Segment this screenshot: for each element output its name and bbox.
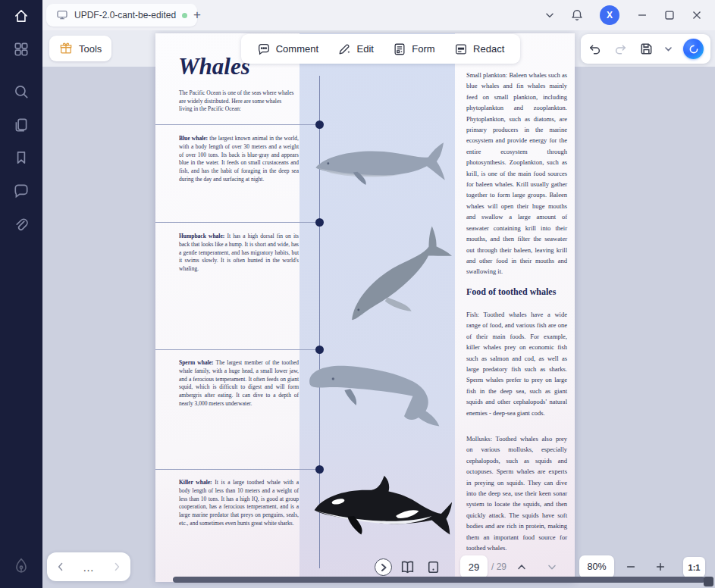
forward-page-button[interactable] — [111, 561, 123, 573]
form-icon — [393, 42, 406, 56]
zoom-out-button[interactable] — [625, 561, 637, 573]
tools-label: Tools — [79, 43, 102, 55]
sperm-whale-entry: Sperm whale: The largest member of the t… — [179, 359, 299, 408]
home-icon[interactable] — [13, 8, 30, 24]
actual-size-button[interactable]: 1:1 — [683, 557, 705, 577]
zoom-level-input[interactable]: 80% — [579, 555, 614, 578]
left-sidebar — [0, 0, 42, 588]
blue-whale-image — [311, 136, 451, 194]
document-tab-icon — [56, 9, 68, 21]
bookmark-icon[interactable] — [13, 149, 30, 166]
sperm-whale-name: Sperm whale: — [179, 359, 214, 366]
zoom-in-button[interactable] — [654, 561, 666, 573]
app-window: UPDF-2.0-cant-be-edited + X Tools Commen — [0, 0, 715, 588]
redact-tool-label: Redact — [473, 43, 504, 55]
search-icon[interactable] — [13, 83, 30, 100]
save-button[interactable] — [639, 42, 654, 56]
chevron-down-icon[interactable] — [536, 0, 563, 30]
comment-tool-label: Comment — [276, 43, 318, 55]
form-tool-label: Form — [412, 43, 434, 55]
plankton-paragraph: Small plankton: Baleen whales such as bl… — [466, 70, 567, 277]
blue-whale-entry: Blue whale: the largest known animal in … — [179, 135, 299, 184]
edit-pen-icon — [337, 42, 351, 56]
sperm-whale-text: The largest member of the toothed whale … — [179, 359, 299, 407]
expand-panel-button[interactable] — [375, 558, 392, 576]
section-divider — [155, 222, 320, 223]
fish-paragraph: Fish: Toothed whales have a wide range o… — [466, 309, 567, 418]
ai-assistant-button[interactable] — [683, 39, 704, 59]
killer-whale-entry: Killer whale: It is a large toothed whal… — [179, 479, 299, 528]
section-divider — [155, 349, 320, 350]
document-tab-title: UPDF-2.0-cant-be-edited — [74, 10, 176, 20]
previous-page-chevron-icon[interactable] — [516, 561, 528, 573]
killer-whale-name: Killer whale: — [179, 479, 212, 486]
minimize-button[interactable] — [629, 0, 656, 30]
intro-text: The Pacific Ocean is one of the seas whe… — [179, 89, 294, 114]
pages-icon[interactable] — [13, 117, 30, 133]
history-nav-pill: … — [47, 552, 130, 581]
redo-button[interactable] — [613, 42, 628, 56]
tab-bar: UPDF-2.0-cant-be-edited + X — [42, 0, 715, 30]
two-page-view-icon[interactable] — [400, 559, 416, 575]
user-avatar[interactable]: X — [600, 5, 619, 25]
blue-whale-text: the largest known animal in the world, w… — [179, 135, 299, 183]
comment-bubble-icon — [257, 42, 271, 56]
saved-status-dot — [182, 13, 187, 18]
killer-whale-image — [309, 471, 453, 543]
edit-tool-label: Edit — [356, 43, 373, 55]
horizontal-scrollbar[interactable] — [173, 577, 705, 583]
redact-icon — [454, 42, 468, 56]
close-button[interactable] — [683, 0, 710, 30]
timeline-dot — [315, 120, 324, 129]
toothed-whales-heading: Food of toothed whales — [466, 286, 556, 298]
sperm-whale-image — [306, 352, 450, 432]
single-page-view-icon[interactable] — [425, 559, 441, 575]
redact-tool[interactable]: Redact — [450, 39, 509, 60]
humpback-whale-image — [341, 224, 453, 330]
comment-tool[interactable]: Comment — [252, 39, 323, 60]
ai-swirl-icon — [688, 43, 700, 55]
undo-button[interactable] — [588, 42, 602, 56]
humpback-whale-entry: Humpback whale: It has a high dorsal fin… — [179, 233, 299, 274]
page-number-input[interactable]: 29 — [460, 555, 488, 578]
document-tab[interactable]: UPDF-2.0-cant-be-edited — [46, 4, 197, 27]
more-pages-button[interactable]: … — [83, 561, 95, 574]
attachment-icon[interactable] — [13, 217, 30, 233]
grid-icon[interactable] — [13, 41, 30, 58]
mollusks-paragraph: Mollusks: Toothed whales also prey on va… — [466, 433, 567, 553]
timeline-dot — [315, 218, 324, 227]
maximize-button[interactable] — [656, 0, 683, 30]
pdf-page[interactable]: Whales The Pacific Ocean is one of the s… — [155, 33, 575, 582]
page-title: Whales — [178, 53, 250, 80]
killer-whale-text: It is a large toothed whale with a body … — [179, 479, 299, 527]
back-page-button[interactable] — [55, 561, 67, 573]
scrollbar-corner — [704, 577, 713, 586]
next-page-chevron-icon[interactable] — [546, 561, 558, 573]
new-tab-button[interactable]: + — [188, 6, 206, 24]
comment-panel-icon[interactable] — [13, 183, 30, 199]
section-divider — [155, 124, 320, 125]
page-total-label: / 29 — [491, 555, 506, 578]
annotation-toolbar: Comment Edit Form Redact — [241, 34, 520, 64]
updf-logo-icon[interactable] — [13, 557, 30, 574]
humpback-whale-name: Humpback whale: — [179, 233, 224, 239]
section-divider — [155, 469, 320, 470]
notifications-bell-icon[interactable] — [563, 0, 591, 30]
save-options-chevron-icon[interactable] — [665, 46, 672, 52]
tools-button[interactable]: Tools — [49, 36, 111, 61]
history-save-toolbar — [581, 34, 710, 64]
form-tool[interactable]: Form — [388, 39, 439, 60]
blue-whale-name: Blue whale: — [179, 135, 208, 142]
edit-tool[interactable]: Edit — [333, 39, 378, 60]
gift-icon — [59, 42, 73, 55]
